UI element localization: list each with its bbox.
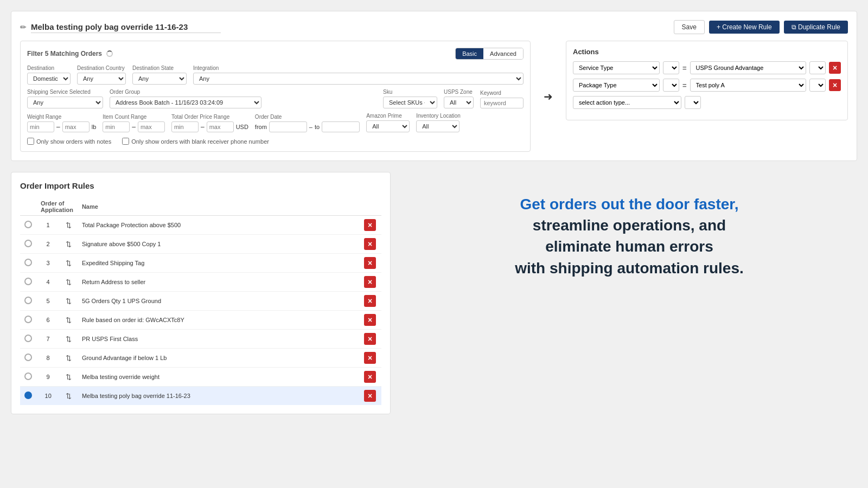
weight-max-input[interactable] <box>62 121 90 132</box>
delete-row-button-10[interactable]: × <box>364 390 376 402</box>
usps-zone-select[interactable]: All <box>444 97 474 108</box>
row-radio-3[interactable] <box>24 259 32 266</box>
row-delete-3[interactable]: × <box>360 254 381 273</box>
row-sort-3[interactable]: ⇅ <box>60 254 78 273</box>
row-delete-1[interactable]: × <box>360 216 381 235</box>
basic-toggle-button[interactable]: Basic <box>456 48 483 59</box>
sort-arrows-icon-7[interactable]: ⇅ <box>66 335 72 343</box>
row-delete-8[interactable]: × <box>360 349 381 368</box>
row-delete-10[interactable]: × <box>360 387 381 406</box>
row-radio-5[interactable] <box>24 297 32 304</box>
table-row: 3 ⇅ Expedited Shipping Tag × <box>20 254 381 273</box>
row-order-1: 1 <box>36 216 60 235</box>
row-sort-1[interactable]: ⇅ <box>60 216 78 235</box>
sort-arrows-icon-9[interactable]: ⇅ <box>66 373 72 381</box>
row-sort-10[interactable]: ⇅ <box>60 387 78 406</box>
sort-arrows-icon-10[interactable]: ⇅ <box>66 392 72 400</box>
row-radio-7[interactable] <box>24 335 32 342</box>
delete-row-button-6[interactable]: × <box>364 314 376 326</box>
row-order-6: 6 <box>36 311 60 330</box>
sort-arrows-icon-8[interactable]: ⇅ <box>66 354 72 362</box>
sort-arrows-icon-5[interactable]: ⇅ <box>66 297 72 305</box>
destination-country-select[interactable]: Any <box>77 73 126 85</box>
save-button[interactable]: Save <box>674 20 705 34</box>
order-price-min-input[interactable] <box>171 121 199 132</box>
delete-row-button-7[interactable]: × <box>364 333 376 345</box>
keyword-input[interactable] <box>480 98 524 108</box>
row-radio-1[interactable] <box>24 221 32 228</box>
amazon-prime-select[interactable]: All <box>366 120 410 132</box>
action-delete-button-1[interactable]: × <box>829 62 841 74</box>
row-sort-6[interactable]: ⇅ <box>60 311 78 330</box>
row-sort-8[interactable]: ⇅ <box>60 349 78 368</box>
row-sort-7[interactable]: ⇅ <box>60 330 78 349</box>
row-name-4: Return Address to seller <box>78 273 360 292</box>
row-radio-10[interactable] <box>24 391 32 399</box>
sort-arrows-icon-2[interactable]: ⇅ <box>66 240 72 248</box>
action-operator-select-2[interactable]: = <box>663 79 679 92</box>
sort-arrows-icon-6[interactable]: ⇅ <box>66 316 72 324</box>
delete-row-button-5[interactable]: × <box>364 295 376 307</box>
checkbox-row: Only show orders with notes Only show or… <box>27 138 524 145</box>
action-type-select-1[interactable]: Service Type <box>573 61 660 74</box>
destination-state-select[interactable]: Any <box>132 73 187 85</box>
advanced-toggle-button[interactable]: Advanced <box>483 48 523 59</box>
sort-arrows-icon-4[interactable]: ⇅ <box>66 278 72 286</box>
order-price-max-input[interactable] <box>207 121 234 132</box>
sku-select[interactable]: Select SKUs + <box>383 97 437 108</box>
row-radio-4[interactable] <box>24 278 32 285</box>
action-value-select-1[interactable]: USPS Ground Advantage <box>690 61 806 74</box>
sort-arrows-icon-1[interactable]: ⇅ <box>66 221 72 229</box>
row-name-3: Expedited Shipping Tag <box>78 254 360 273</box>
action-type-select-3[interactable]: select action type... <box>573 96 681 109</box>
only-notes-label[interactable]: Only show orders with notes <box>27 138 111 145</box>
delete-row-button-2[interactable]: × <box>364 238 376 250</box>
delete-row-button-3[interactable]: × <box>364 257 376 269</box>
action-type-select-2[interactable]: Package Type <box>573 79 660 92</box>
action-value-select-2[interactable]: Test poly A <box>690 79 806 92</box>
action-operator-select-3[interactable]: ▾ <box>685 96 701 109</box>
only-blank-phone-label[interactable]: Only show orders with blank receiver pho… <box>122 138 269 145</box>
delete-row-button-4[interactable]: × <box>364 276 376 288</box>
row-delete-4[interactable]: × <box>360 273 381 292</box>
table-row: 5 ⇅ 5G Orders Qty 1 UPS Ground × <box>20 292 381 311</box>
row-delete-6[interactable]: × <box>360 311 381 330</box>
only-notes-checkbox[interactable] <box>27 138 34 145</box>
action-value-arrow-2[interactable]: ▾ <box>809 79 826 92</box>
delete-row-button-8[interactable]: × <box>364 352 376 364</box>
order-group-select[interactable]: Address Book Batch - 11/16/23 03:24:09 <box>110 97 261 108</box>
item-count-max-input[interactable] <box>138 121 165 132</box>
order-date-to-input[interactable] <box>322 121 360 132</box>
action-delete-button-2[interactable]: × <box>829 79 841 91</box>
row-radio-6[interactable] <box>24 316 32 323</box>
row-sort-5[interactable]: ⇅ <box>60 292 78 311</box>
row-delete-5[interactable]: × <box>360 292 381 311</box>
destination-select[interactable]: Domestic <box>27 73 71 85</box>
action-value-arrow-1[interactable]: ▾ <box>809 61 826 74</box>
row-radio-9[interactable] <box>24 373 32 380</box>
row-delete-9[interactable]: × <box>360 368 381 387</box>
inventory-location-select[interactable]: All <box>416 120 459 132</box>
action-operator-select-1[interactable]: = <box>663 61 679 74</box>
only-blank-phone-checkbox[interactable] <box>122 138 129 145</box>
row-sort-2[interactable]: ⇅ <box>60 235 78 254</box>
row-sort-9[interactable]: ⇅ <box>60 368 78 387</box>
integration-select[interactable]: Any <box>193 73 524 85</box>
item-count-min-input[interactable] <box>103 121 130 132</box>
sort-arrows-icon-3[interactable]: ⇅ <box>66 259 72 267</box>
order-date-from-input[interactable] <box>269 121 307 132</box>
duplicate-rule-button[interactable]: ⧉ Duplicate Rule <box>784 21 848 34</box>
rule-title-input[interactable] <box>31 21 221 33</box>
delete-row-button-9[interactable]: × <box>364 371 376 383</box>
pencil-icon: ✏ <box>20 23 27 31</box>
filter-actions-row: Filter 5 Matching Orders Basic Advanced … <box>20 41 848 152</box>
row-radio-2[interactable] <box>24 240 32 247</box>
create-new-rule-button[interactable]: + Create New Rule <box>709 21 780 34</box>
row-delete-2[interactable]: × <box>360 235 381 254</box>
shipping-service-select[interactable]: Any <box>27 97 103 108</box>
row-sort-4[interactable]: ⇅ <box>60 273 78 292</box>
delete-row-button-1[interactable]: × <box>364 219 376 231</box>
weight-min-input[interactable] <box>27 121 54 132</box>
row-delete-7[interactable]: × <box>360 330 381 349</box>
row-radio-8[interactable] <box>24 354 32 361</box>
